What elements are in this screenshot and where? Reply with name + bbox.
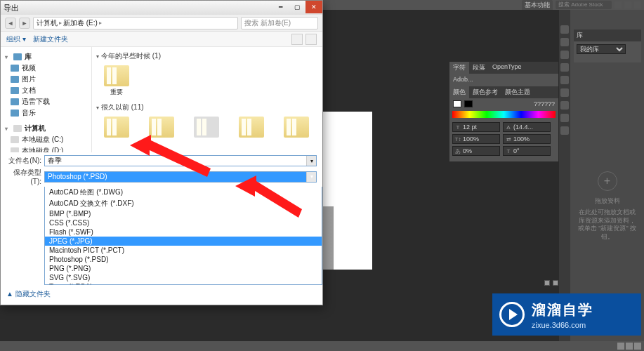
fill-swatch[interactable]: [453, 100, 461, 107]
dropdown-icon[interactable]: ▾: [306, 156, 316, 166]
file-list[interactable]: ▾今年的早些时候 (1) 重要 ▾很久以前 (11): [92, 47, 322, 152]
dialog-close-button[interactable]: ✕: [305, 1, 322, 13]
folder-item[interactable]: [280, 117, 313, 138]
status-icon[interactable]: [626, 343, 633, 350]
new-folder-button[interactable]: 新建文件夹: [33, 34, 68, 44]
tree-item[interactable]: 图片: [4, 74, 88, 85]
save-dialog: 导出 ━ ▢ ✕ ◄ ► 计算机▸ 新加卷 (E:)▸ 搜索 新加卷(E) 组织…: [0, 0, 323, 305]
library-panel: 库 我的库: [574, 29, 641, 62]
folder-icon: [104, 117, 129, 138]
tab-color-themes[interactable]: 颜色主题: [501, 86, 534, 98]
tab-opentype[interactable]: OpenType: [489, 62, 525, 74]
tree-item[interactable]: 本地磁盘 (D:): [4, 145, 88, 152]
dialog-maximize-button[interactable]: ▢: [289, 1, 305, 13]
tree-item[interactable]: 视频: [4, 62, 88, 74]
file-group[interactable]: ▾很久以前 (11): [96, 101, 318, 115]
maximize-button[interactable]: [624, 1, 631, 8]
filetype-option[interactable]: Photoshop (*.PSD): [45, 255, 322, 264]
baseline-field[interactable]: あ0%: [452, 146, 500, 156]
filetype-option[interactable]: CSS (*.CSS): [45, 218, 322, 227]
organize-button[interactable]: 组织 ▾: [6, 34, 26, 44]
dialog-navbar: ◄ ► 计算机▸ 新加卷 (E:)▸ 搜索 新加卷(E): [1, 15, 322, 32]
rail-icon[interactable]: [560, 25, 569, 34]
help-button[interactable]: [305, 34, 317, 45]
watermark-url: zixue.3d66.com: [532, 321, 593, 329]
folder-item[interactable]: [145, 117, 178, 138]
tab-color-guide[interactable]: 颜色参考: [469, 86, 501, 98]
filetype-option[interactable]: Macintosh PICT (*.PCT): [45, 246, 322, 255]
dialog-search[interactable]: 搜索 新加卷(E): [241, 17, 318, 29]
tree-item[interactable]: 迅雷下载: [4, 96, 88, 107]
leading-field[interactable]: A(14.4...: [503, 122, 551, 132]
vscale-field[interactable]: T↕100%: [452, 134, 500, 144]
stroke-swatch[interactable]: [464, 100, 473, 107]
filetype-option[interactable]: AutoCAD 绘图 (*.DWG): [45, 187, 322, 198]
rail-icon[interactable]: [560, 76, 569, 84]
breadcrumb-part[interactable]: 新加卷 (E:): [63, 18, 98, 28]
resize-handles[interactable]: [544, 280, 558, 286]
rail-icon[interactable]: [560, 126, 569, 135]
rail-icon[interactable]: [560, 63, 569, 72]
character-panel: 字符 段落 OpenType Adob... 颜色 颜色参考 颜色主题 ????…: [449, 62, 558, 161]
rail-icon[interactable]: [560, 51, 569, 59]
filetype-option[interactable]: Flash (*.SWF): [45, 227, 322, 237]
hide-folders-toggle[interactable]: ▲ 隐藏文件夹: [6, 289, 51, 299]
add-asset-button[interactable]: +: [598, 171, 617, 191]
breadcrumb[interactable]: 计算机▸ 新加卷 (E:)▸: [33, 17, 238, 29]
font-family-field[interactable]: Adob...: [453, 76, 555, 83]
rail-icon[interactable]: [560, 88, 569, 97]
dialog-titlebar[interactable]: 导出 ━ ▢ ✕: [1, 1, 322, 15]
filename-input[interactable]: 春季▾: [44, 155, 317, 166]
watermark-brand: 溜溜自学: [532, 300, 593, 319]
color-spectrum[interactable]: [452, 111, 556, 118]
tree-item[interactable]: 文档: [4, 85, 88, 96]
nav-back-button[interactable]: ◄: [5, 18, 16, 29]
stock-search[interactable]: 搜索 Adobe Stock: [556, 1, 612, 9]
baseline-icon: あ: [454, 147, 461, 155]
breadcrumb-part[interactable]: 计算机: [37, 18, 58, 28]
filetype-option[interactable]: BMP (*.BMP): [45, 209, 322, 218]
folder-item[interactable]: 重要: [100, 65, 133, 97]
dropdown-icon[interactable]: ▾: [306, 172, 316, 182]
color-value: ??????: [534, 100, 555, 107]
tab-paragraph[interactable]: 段落: [469, 62, 489, 74]
rotation-field[interactable]: T0°: [503, 146, 551, 156]
rail-icon[interactable]: [560, 114, 569, 122]
rail-icon[interactable]: [560, 101, 569, 110]
rail-icon[interactable]: [560, 38, 569, 46]
filetype-option[interactable]: AutoCAD 交换文件 (*.DXF): [45, 198, 322, 209]
tree-item[interactable]: 音乐: [4, 107, 88, 119]
font-size-field[interactable]: T12 pt: [452, 122, 500, 132]
status-icon[interactable]: [617, 343, 624, 350]
folder-icon: [11, 76, 19, 83]
filetype-dropdown[interactable]: AutoCAD 绘图 (*.DWG)AutoCAD 交换文件 (*.DXF)BM…: [44, 187, 322, 285]
filetype-option[interactable]: SVG (*.SVG): [45, 273, 322, 282]
library-tab[interactable]: 库: [574, 29, 641, 41]
tab-color[interactable]: 颜色: [449, 86, 469, 98]
folder-item[interactable]: [235, 117, 268, 138]
library-selector[interactable]: 我的库: [577, 44, 626, 54]
tree-item[interactable]: 本地磁盘 (C:): [4, 134, 88, 145]
folder-item[interactable]: [100, 117, 133, 138]
rotation-icon: T: [505, 148, 512, 154]
folder-item[interactable]: [190, 117, 223, 138]
tree-computer[interactable]: ▾计算机: [4, 123, 88, 134]
filetype-option[interactable]: PNG (*.PNG): [45, 264, 322, 273]
hscale-field[interactable]: ⇄100%: [503, 134, 551, 144]
nav-forward-button[interactable]: ►: [19, 18, 30, 29]
library-drop-area[interactable]: + 拖放资料 在此处可拖放文档或库资源来添加资料，或单击 "新建资源" 按钮。: [577, 171, 637, 241]
watermark: 溜溜自学 zixue.3d66.com: [492, 293, 641, 336]
file-group[interactable]: ▾今年的早些时候 (1): [96, 50, 318, 64]
filetype-option[interactable]: JPEG (*.JPG): [45, 237, 322, 246]
minimize-button[interactable]: [615, 1, 622, 8]
nav-tree[interactable]: ▾库 视频 图片 文档 迅雷下载 音乐 ▾计算机 本地磁盘 (C:) 本地磁盘 …: [1, 47, 92, 152]
dialog-minimize-button[interactable]: ━: [272, 1, 289, 13]
tab-character[interactable]: 字符: [449, 62, 469, 74]
tree-libraries[interactable]: ▾库: [4, 51, 88, 62]
app-close-button[interactable]: [634, 1, 641, 8]
view-mode-button[interactable]: [291, 34, 303, 45]
workspace-switcher[interactable]: 基本功能: [522, 0, 553, 11]
computer-icon: [13, 125, 22, 132]
filetype-combo[interactable]: Photoshop (*.PSD)▾: [44, 171, 317, 183]
status-icon[interactable]: [634, 343, 641, 350]
